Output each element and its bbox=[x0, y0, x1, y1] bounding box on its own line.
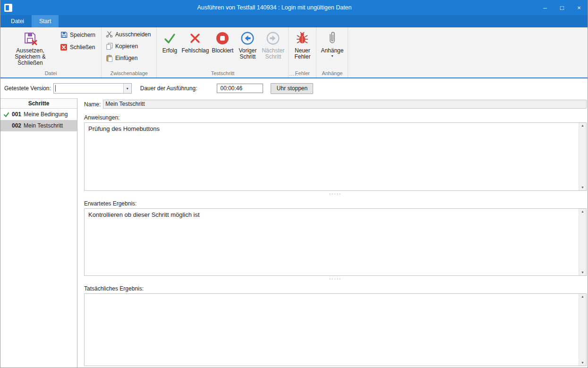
app-window: Ausführen von Testfall 140934 : Login mi… bbox=[0, 0, 588, 368]
ribbon-collapse-handle[interactable]: ····· bbox=[290, 73, 299, 77]
tab-datei[interactable]: Datei bbox=[3, 15, 32, 27]
next-step-icon bbox=[266, 30, 280, 47]
text-cursor bbox=[55, 85, 56, 92]
steps-header: Schritte bbox=[0, 98, 77, 109]
duration-label: Dauer der Ausführung: bbox=[140, 85, 197, 92]
step-passed-check-icon bbox=[0, 111, 12, 118]
einfuegen-label: Einfügen bbox=[115, 55, 137, 61]
ribbon-group-fehler: Neuer Fehler Fehler bbox=[289, 27, 316, 77]
save-icon bbox=[60, 31, 68, 38]
speichern-button[interactable]: Speichern bbox=[58, 29, 99, 41]
neuer-fehler-button[interactable]: Neuer Fehler bbox=[290, 28, 314, 60]
close-button[interactable]: × bbox=[571, 0, 588, 15]
titlebar: Ausführen von Testfall 140934 : Login mi… bbox=[0, 0, 588, 15]
scroll-down-icon[interactable]: ▼ bbox=[581, 186, 584, 189]
fehlschlag-button[interactable]: Fehlschlag bbox=[180, 28, 210, 54]
close-box-icon bbox=[60, 44, 68, 51]
actual-result-textbox: ▲ ▼ bbox=[84, 293, 587, 366]
schliessen-button[interactable]: Schließen bbox=[58, 41, 99, 53]
window-title: Ausführen von Testfall 140934 : Login mi… bbox=[12, 4, 537, 11]
ausschneiden-button[interactable]: Ausschneiden bbox=[103, 28, 154, 40]
failure-x-icon bbox=[189, 30, 201, 47]
voriger-schritt-button[interactable]: Voriger Schritt bbox=[235, 28, 260, 60]
anhaenge-button[interactable]: Anhänge ▾ bbox=[318, 28, 346, 58]
neuer-fehler-label: Neuer Fehler bbox=[293, 48, 312, 60]
step-item-002[interactable]: 002 Mein Testschritt bbox=[0, 120, 77, 131]
ribbon: Aussetzen, Speichern & Schließen Speiche… bbox=[0, 27, 588, 78]
version-combobox[interactable]: ▾ bbox=[53, 83, 132, 94]
combo-dropdown-icon[interactable]: ▾ bbox=[123, 84, 131, 93]
ausschneiden-label: Ausschneiden bbox=[115, 31, 151, 38]
expected-result-scrollbar[interactable]: ▲ ▼ bbox=[579, 209, 586, 275]
ribbon-group-anhaenge: Anhänge ▾ Anhänge bbox=[316, 27, 348, 77]
einfuegen-button[interactable]: Einfügen bbox=[103, 52, 154, 64]
step-number: 002 bbox=[12, 122, 21, 129]
name-label: Name: bbox=[84, 101, 101, 108]
name-field[interactable]: Mein Testschritt bbox=[103, 100, 587, 109]
previous-step-icon bbox=[240, 30, 255, 47]
minimize-button[interactable]: – bbox=[537, 0, 554, 15]
anhaenge-dropdown-icon[interactable]: ▾ bbox=[331, 54, 333, 58]
window-controls: – □ × bbox=[537, 0, 588, 15]
blockiert-label: Blockiert bbox=[212, 48, 233, 54]
fehlschlag-label: Fehlschlag bbox=[181, 48, 209, 54]
splitter-handle[interactable]: ····· bbox=[84, 276, 587, 282]
speichern-label: Speichern bbox=[70, 32, 95, 38]
steps-panel: Schritte 001 Meine Bedingung 002 Mein Te… bbox=[0, 98, 77, 368]
naechster-schritt-button[interactable]: Nächster Schritt bbox=[260, 28, 286, 60]
step-detail-panel: Name: Mein Testschritt Anweisungen: Prüf… bbox=[77, 98, 588, 368]
version-label: Getestete Version: bbox=[4, 85, 51, 92]
voriger-schritt-label: Voriger Schritt bbox=[238, 48, 257, 60]
step-label: Meine Bedingung bbox=[24, 111, 68, 118]
kopieren-button[interactable]: Kopieren bbox=[103, 40, 154, 52]
actual-result-text[interactable] bbox=[85, 294, 579, 366]
stop-clock-button[interactable]: Uhr stoppen bbox=[271, 83, 313, 94]
scissors-icon bbox=[105, 31, 113, 38]
blockiert-button[interactable]: Blockiert bbox=[210, 28, 235, 54]
expected-result-textbox: Kontrollieren ob dieser Schritt möglich … bbox=[84, 208, 587, 276]
instructions-scrollbar[interactable]: ▲ ▼ bbox=[579, 123, 586, 190]
save-close-icon bbox=[23, 30, 37, 47]
group-label-datei: Datei bbox=[2, 69, 99, 77]
instructions-label: Anweisungen: bbox=[84, 114, 587, 121]
paste-icon bbox=[105, 54, 113, 62]
schliessen-label: Schließen bbox=[70, 44, 95, 51]
app-icon bbox=[4, 4, 12, 12]
scroll-up-icon[interactable]: ▲ bbox=[581, 124, 584, 128]
step-item-001[interactable]: 001 Meine Bedingung bbox=[0, 109, 77, 120]
paperclip-icon bbox=[327, 30, 337, 47]
scroll-up-icon[interactable]: ▲ bbox=[581, 210, 584, 214]
group-label-zwischenablage: Zwischenablage bbox=[103, 69, 154, 77]
blocked-stop-icon bbox=[215, 30, 230, 47]
scroll-down-icon[interactable]: ▼ bbox=[581, 361, 584, 365]
splitter-handle[interactable]: ····· bbox=[84, 191, 587, 197]
expected-result-text[interactable]: Kontrollieren ob dieser Schritt möglich … bbox=[85, 209, 579, 275]
bug-icon bbox=[296, 30, 308, 47]
actual-result-scrollbar[interactable]: ▲ ▼ bbox=[579, 294, 586, 366]
ribbon-tabstrip: Datei Start bbox=[0, 15, 588, 27]
maximize-button[interactable]: □ bbox=[554, 0, 571, 15]
group-label-testschritt: Testschritt bbox=[159, 69, 286, 77]
step-label: Mein Testschritt bbox=[24, 122, 63, 129]
main-area: Schritte 001 Meine Bedingung 002 Mein Te… bbox=[0, 98, 588, 368]
scroll-up-icon[interactable]: ▲ bbox=[581, 295, 584, 299]
suspend-save-close-label: Aussetzen, Speichern & Schließen bbox=[5, 48, 56, 66]
success-check-icon bbox=[162, 30, 177, 47]
naechster-schritt-label: Nächster Schritt bbox=[262, 48, 284, 60]
scroll-down-icon[interactable]: ▼ bbox=[581, 271, 584, 274]
actual-result-label: Tatsächliches Ergebnis: bbox=[84, 285, 587, 292]
expected-result-label: Erwartetes Ergebnis: bbox=[84, 200, 587, 207]
instructions-text[interactable]: Prüfung des Homebuttons bbox=[85, 123, 579, 190]
instructions-textbox: Prüfung des Homebuttons ▲ ▼ bbox=[84, 122, 587, 191]
ribbon-group-testschritt: Erfolg Fehlschlag bbox=[157, 27, 289, 77]
anhaenge-label: Anhänge bbox=[321, 48, 343, 54]
execution-toolbar: Getestete Version: ▾ Dauer der Ausführun… bbox=[0, 78, 588, 98]
copy-icon bbox=[105, 43, 113, 50]
ribbon-group-zwischenablage: Ausschneiden Kopieren bbox=[102, 27, 157, 77]
group-label-anhaenge: Anhänge bbox=[318, 69, 346, 77]
erfolg-button[interactable]: Erfolg bbox=[159, 28, 180, 54]
tab-start[interactable]: Start bbox=[32, 15, 59, 27]
erfolg-label: Erfolg bbox=[162, 48, 177, 54]
duration-field[interactable]: 00:00:46 bbox=[217, 84, 263, 93]
suspend-save-close-button[interactable]: Aussetzen, Speichern & Schließen bbox=[2, 28, 58, 66]
